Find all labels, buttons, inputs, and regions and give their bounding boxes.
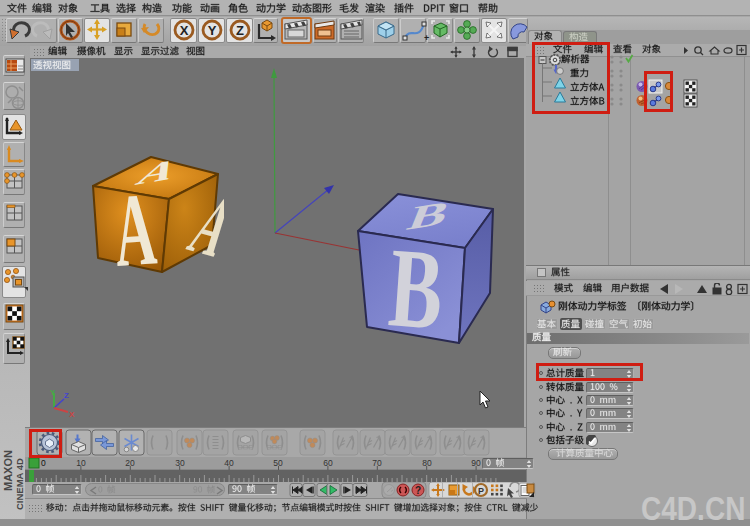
svg-text:B: B [385, 223, 447, 353]
svg-text:CINEMA 4D: CINEMA 4D [14, 458, 25, 510]
svg-text:X: X [69, 410, 75, 419]
svg-text:Z: Z [64, 391, 69, 400]
svg-text:?: ? [415, 485, 421, 496]
svg-text:P: P [478, 486, 484, 496]
svg-text:+: + [424, 33, 429, 43]
svg-text:Y: Y [50, 388, 56, 397]
